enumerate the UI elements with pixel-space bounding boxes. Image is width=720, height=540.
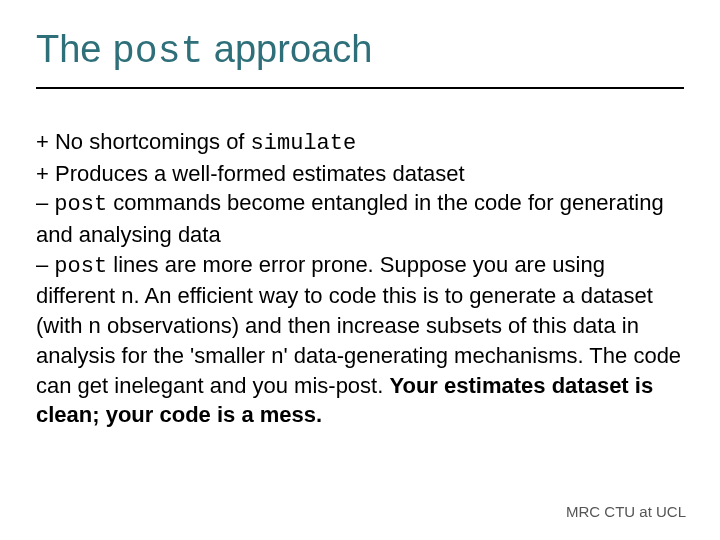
bullet-3-pre: – <box>36 190 54 215</box>
bullet-3-post: commands become entangled in the code fo… <box>36 190 664 247</box>
bullet-2: + Produces a well-formed estimates datas… <box>36 161 465 186</box>
title-post: approach <box>203 28 372 70</box>
body-text: + No shortcomings of simulate + Produces… <box>36 127 684 430</box>
slide: The post approach + No shortcomings of s… <box>0 0 720 540</box>
bullet-4-pre: – <box>36 252 54 277</box>
title-underline <box>36 87 684 89</box>
title-pre: The <box>36 28 112 70</box>
bullet-1-code: simulate <box>251 131 357 156</box>
footer: MRC CTU at UCL <box>566 503 686 520</box>
title-code: post <box>112 30 203 73</box>
bullet-1-pre: + No shortcomings of <box>36 129 251 154</box>
bullet-3-code: post <box>54 192 107 217</box>
slide-title: The post approach <box>36 28 684 73</box>
bullet-4-code: post <box>54 254 107 279</box>
